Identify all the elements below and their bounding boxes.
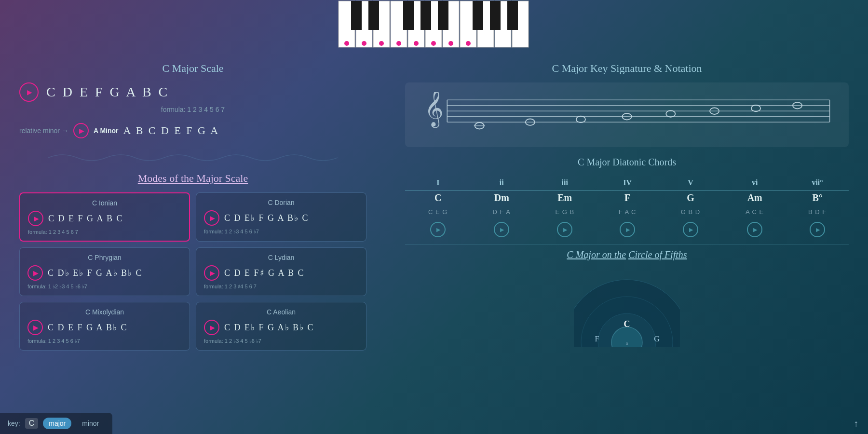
- circle-of-fifths-container: C F G a: [405, 265, 849, 347]
- waveform-decoration: [19, 148, 366, 167]
- piano-key-as[interactable]: [438, 1, 448, 30]
- chord-notes-f: F A C: [619, 208, 637, 216]
- mode-formula-phrygian: formula: 1 ♭2 ♭3 4 5 ♭6 ♭7: [27, 284, 182, 290]
- mode-notes-row-mixolydian: C D E F G A B♭ C: [27, 320, 182, 335]
- chord-play-am[interactable]: [747, 222, 762, 237]
- scale-display: C D E F G A B C: [19, 82, 366, 102]
- mode-name-phrygian: C Phrygian: [27, 254, 182, 261]
- chord-play-dm[interactable]: [494, 222, 509, 237]
- circle-title-pre: C Major on the: [567, 249, 626, 260]
- chord-name-dm: Dm: [494, 192, 509, 203]
- piano-dot-e: [379, 41, 384, 46]
- mode-play-mixolydian[interactable]: [27, 320, 43, 335]
- chord-numeral-i: I: [405, 176, 471, 190]
- chords-names-row: C Dm Em F G Am B°: [405, 190, 849, 206]
- relative-minor-name: A Minor: [94, 127, 119, 135]
- chords-divider: [405, 244, 849, 244]
- chord-name-g: G: [687, 192, 694, 203]
- mode-notes-row-phrygian: C D♭ E♭ F G A♭ B♭ C: [27, 265, 182, 281]
- scale-play-button[interactable]: [19, 82, 39, 102]
- mode-formula-lydian: formula: 1 2 3 ♯4 5 6 7: [204, 284, 358, 290]
- svg-point-15: [751, 105, 760, 111]
- mode-play-ionian[interactable]: [28, 211, 43, 226]
- main-content: C Major Scale C D E F G A B C formula: 1…: [0, 53, 868, 434]
- chords-table: I ii iii IV V vi vii° C Dm Em F G Am B: [405, 176, 849, 239]
- svg-text:𝄞: 𝄞: [424, 92, 444, 128]
- chord-name-bdim: B°: [812, 192, 822, 203]
- piano-dot-f: [396, 41, 401, 46]
- chord-name-f: F: [624, 192, 630, 203]
- piano-key-ds[interactable]: [368, 1, 379, 30]
- key-value[interactable]: C: [25, 418, 39, 429]
- waveform-svg: [48, 149, 338, 166]
- relative-minor-row: relative minor → A Minor A B C D E F G A: [19, 123, 366, 138]
- svg-point-11: [576, 116, 585, 122]
- chord-notes-bdim: B D F: [808, 208, 827, 216]
- scroll-up-button[interactable]: ↑: [854, 418, 858, 429]
- piano-dot-b: [448, 41, 453, 46]
- piano-key-cs2[interactable]: [473, 1, 483, 30]
- piano-key-gs[interactable]: [420, 1, 431, 30]
- circle-note-am[interactable]: a: [626, 340, 628, 346]
- notation-title: C Major Key Signature & Notation: [405, 62, 849, 75]
- chord-play-em[interactable]: [557, 222, 572, 237]
- mode-card-lydian: C Lydian C D E F♯ G A B C formula: 1 2 3…: [196, 247, 366, 296]
- mode-notes-lydian: C D E F♯ G A B C: [224, 268, 305, 278]
- piano-wrapper: [338, 0, 530, 53]
- piano-key-fs[interactable]: [403, 1, 414, 30]
- circle-title-link: Circle of Fifths: [628, 249, 687, 260]
- mode-play-lydian[interactable]: [204, 265, 219, 281]
- chord-numeral-ii: ii: [471, 176, 532, 190]
- piano-svg: [338, 0, 530, 51]
- circle-title: C Major on the Circle of Fifths: [405, 249, 849, 260]
- chord-name-c: C: [434, 192, 441, 203]
- left-panel: C Major Scale C D E F G A B C formula: 1…: [0, 53, 386, 434]
- piano-dot-c: [344, 41, 349, 46]
- mode-name-ionian: C Ionian: [28, 199, 181, 207]
- piano-key-cs[interactable]: [351, 1, 362, 30]
- circle-of-fifths-svg: C F G a: [574, 265, 680, 347]
- chord-play-bdim[interactable]: [810, 222, 825, 237]
- mode-card-ionian: C Ionian C D E F G A B C formula: 1 2 3 …: [19, 192, 190, 242]
- relative-minor-label: relative minor →: [19, 127, 68, 135]
- piano-container: [0, 0, 868, 53]
- major-toggle[interactable]: major: [43, 418, 71, 429]
- chord-numeral-vii: vii°: [786, 176, 849, 190]
- minor-toggle[interactable]: minor: [76, 418, 105, 429]
- mode-formula-aeolian: formula: 1 2 ♭3 4 5 ♭6 ♭7: [204, 338, 358, 344]
- chord-numeral-iv: IV: [597, 176, 657, 190]
- mode-notes-phrygian: C D♭ E♭ F G A♭ B♭ C: [48, 268, 143, 278]
- mode-play-dorian[interactable]: [204, 210, 219, 226]
- chord-numeral-iii: iii: [532, 176, 597, 190]
- chord-play-g[interactable]: [683, 222, 698, 237]
- scale-notes: C D E F G A B C: [46, 84, 169, 100]
- mode-notes-row-dorian: C D E♭ F G A B♭ C: [204, 210, 358, 226]
- relative-minor-play-button[interactable]: [73, 123, 89, 138]
- mode-play-phrygian[interactable]: [27, 265, 43, 281]
- circle-note-g[interactable]: G: [654, 335, 660, 343]
- chord-numeral-v: V: [658, 176, 723, 190]
- mode-notes-aeolian: C D E♭ F G A♭ B♭ C: [224, 322, 314, 333]
- chords-play-row: [405, 218, 849, 239]
- mode-notes-row-ionian: C D E F G A B C: [28, 211, 181, 226]
- chords-notes-row: C E G D F A E G B F A C G B D A C E B D …: [405, 205, 849, 218]
- circle-note-f[interactable]: F: [595, 335, 599, 343]
- chord-play-c[interactable]: [430, 222, 446, 237]
- piano-key-fs2[interactable]: [507, 1, 518, 30]
- mode-notes-mixolydian: C D E F G A B♭ C: [48, 322, 128, 333]
- chords-header-row: I ii iii IV V vi vii°: [405, 176, 849, 190]
- modes-grid: C Ionian C D E F G A B C formula: 1 2 3 …: [19, 192, 366, 351]
- chord-notes-c: C E G: [428, 208, 448, 216]
- chords-title: C Major Diatonic Chords: [405, 157, 849, 168]
- mode-formula-dorian: formula: 1 2 ♭3 4 5 6 ♭7: [204, 229, 358, 235]
- chord-notes-am: A C E: [746, 208, 764, 216]
- staff-container: 𝄞: [405, 82, 849, 147]
- mode-card-phrygian: C Phrygian C D♭ E♭ F G A♭ B♭ C formula: …: [19, 247, 190, 296]
- circle-note-c[interactable]: C: [624, 319, 630, 329]
- scale-title: C Major Scale: [19, 62, 366, 75]
- staff-svg: 𝄞: [420, 92, 834, 136]
- mode-play-aeolian[interactable]: [204, 320, 219, 335]
- chord-play-f[interactable]: [620, 222, 635, 237]
- piano-key-ds2[interactable]: [490, 1, 501, 30]
- piano-dot-d: [362, 41, 366, 46]
